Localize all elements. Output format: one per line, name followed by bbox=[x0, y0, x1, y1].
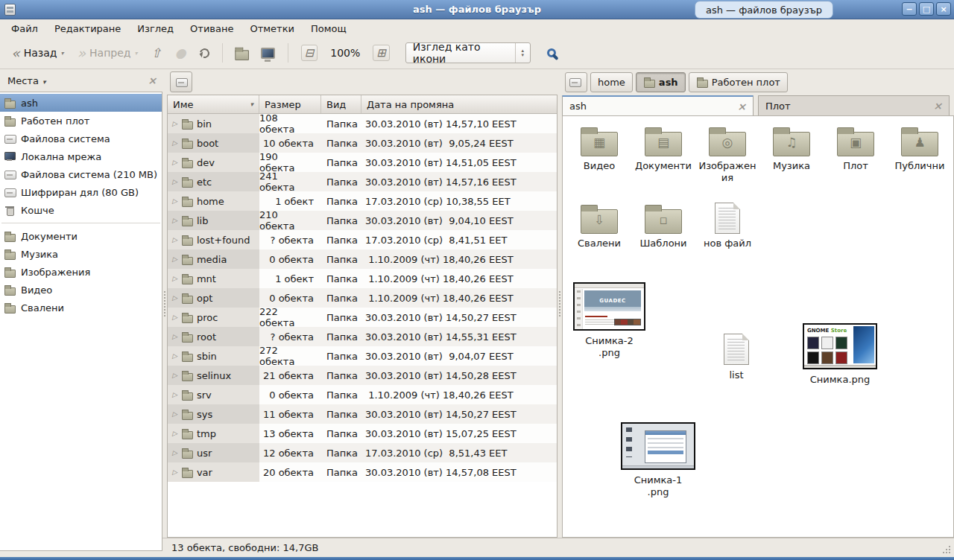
table-row[interactable]: opt 0 обекта Папка 1.10.2009 (чт) 18,40,… bbox=[168, 288, 557, 308]
menu-item[interactable]: Отметки bbox=[241, 21, 302, 36]
place-item[interactable]: Локална мрежа bbox=[0, 147, 162, 165]
table-row[interactable]: proc 222 обекта Папка 30.03.2010 (вт) 14… bbox=[168, 308, 557, 327]
icon-view-item[interactable]: ♫ Музика bbox=[759, 125, 824, 183]
table-row[interactable]: lost+found ? обекта Папка 17.03.2010 (ср… bbox=[168, 230, 557, 249]
table-row[interactable]: home 1 обект Папка 17.03.2010 (ср) 10,38… bbox=[168, 191, 557, 211]
path-button[interactable]: ash bbox=[636, 72, 686, 92]
expander-icon[interactable] bbox=[172, 314, 177, 321]
chevron-down-icon[interactable]: ▾ bbox=[60, 50, 63, 57]
icon-view-item[interactable]: ▤ Документи bbox=[631, 125, 695, 183]
table-row[interactable]: sbin 272 обекта Папка 30.03.2010 (вт) 9,… bbox=[168, 346, 557, 366]
column-header-date[interactable]: Дата на промяна bbox=[361, 95, 557, 113]
place-item[interactable]: Кошче bbox=[0, 201, 162, 219]
zoom-in-button[interactable] bbox=[367, 41, 395, 65]
bookmark-item[interactable]: Изображения bbox=[0, 263, 162, 281]
menu-item[interactable]: Редактиране bbox=[46, 21, 129, 36]
filesystem-root-button[interactable] bbox=[170, 71, 192, 92]
table-row[interactable]: media 0 обекта Папка 1.10.2009 (чт) 18,4… bbox=[168, 249, 557, 269]
path-button[interactable]: home bbox=[590, 72, 633, 92]
expander-icon[interactable] bbox=[172, 255, 177, 263]
minimize-button[interactable] bbox=[902, 2, 917, 16]
zoom-out-button[interactable] bbox=[296, 41, 323, 65]
bookmark-item[interactable]: Документи bbox=[0, 227, 162, 245]
back-button[interactable]: Назад ▾ bbox=[6, 43, 69, 63]
table-row[interactable]: srv 0 обекта Папка 1.10.2009 (чт) 18,40,… bbox=[168, 385, 557, 404]
reload-button[interactable] bbox=[195, 45, 215, 62]
close-sidebar-icon[interactable] bbox=[148, 74, 157, 86]
table-row[interactable]: etc 241 обекта Папка 30.03.2010 (вт) 14,… bbox=[168, 172, 557, 191]
menu-item[interactable]: Помощ bbox=[303, 21, 355, 36]
expander-icon[interactable] bbox=[172, 468, 177, 476]
menu-item[interactable]: Отиване bbox=[182, 21, 241, 36]
place-item[interactable]: Шифриран дял (80 GB) bbox=[0, 183, 162, 201]
place-item[interactable]: Файлова система (210 MB) bbox=[0, 165, 162, 183]
table-row[interactable]: boot 10 обекта Папка 30.03.2010 (вт) 9,0… bbox=[168, 133, 557, 153]
icon-view-item[interactable]: ▦ Видео bbox=[567, 125, 631, 183]
file-snimka-png[interactable]: GNOME Store Снимка.png bbox=[803, 323, 877, 386]
icon-view-item[interactable]: ▫ Шаблони bbox=[631, 203, 695, 249]
expander-icon[interactable] bbox=[172, 391, 177, 398]
menu-item[interactable]: Файл bbox=[3, 21, 46, 36]
expander-icon[interactable] bbox=[172, 217, 177, 224]
home-button[interactable] bbox=[230, 43, 253, 63]
expander-icon[interactable] bbox=[172, 333, 177, 340]
up-button[interactable] bbox=[146, 42, 167, 64]
computer-button[interactable] bbox=[256, 44, 280, 63]
resize-grip[interactable] bbox=[941, 544, 951, 554]
place-item[interactable]: Файлова система bbox=[0, 130, 162, 147]
forward-button[interactable]: Напред ▾ bbox=[72, 43, 142, 63]
spinner-arrows-icon[interactable] bbox=[515, 43, 530, 63]
chevron-down-icon[interactable] bbox=[42, 75, 46, 86]
close-tab-icon[interactable] bbox=[933, 100, 942, 112]
icon-view-item[interactable]: ⇩ Свалени bbox=[567, 203, 631, 249]
close-tab-icon[interactable] bbox=[737, 101, 746, 112]
expander-icon[interactable] bbox=[172, 410, 177, 418]
bookmark-item[interactable]: Музика bbox=[0, 245, 162, 263]
column-header-type[interactable]: Вид bbox=[321, 95, 361, 113]
menu-item[interactable]: Изглед bbox=[129, 21, 182, 36]
tab[interactable]: Плот bbox=[758, 95, 950, 115]
tab[interactable]: ash bbox=[562, 95, 754, 115]
path-button[interactable] bbox=[565, 72, 587, 92]
file-list[interactable]: list bbox=[716, 334, 756, 381]
maximize-button[interactable] bbox=[919, 2, 934, 16]
close-button[interactable] bbox=[936, 2, 951, 16]
bookmark-item[interactable]: Видео bbox=[0, 281, 162, 299]
file-snimka-2-png[interactable]: GUADEC Снимка-2.png bbox=[573, 282, 645, 358]
table-row[interactable]: root ? обекта Папка 30.03.2010 (вт) 14,5… bbox=[168, 327, 557, 346]
expander-icon[interactable] bbox=[172, 352, 177, 360]
expander-icon[interactable] bbox=[172, 449, 177, 456]
table-row[interactable]: selinux 21 обекта Папка 30.03.2010 (вт) … bbox=[168, 366, 557, 385]
expander-icon[interactable] bbox=[172, 120, 177, 127]
expander-icon[interactable] bbox=[172, 159, 177, 166]
icon-view-item[interactable]: ▣ Плот bbox=[824, 125, 888, 183]
expander-icon[interactable] bbox=[172, 430, 177, 437]
expander-icon[interactable] bbox=[172, 275, 177, 282]
search-button[interactable] bbox=[543, 44, 560, 62]
table-row[interactable]: mnt 1 обект Папка 1.10.2009 (чт) 18,40,2… bbox=[168, 269, 557, 288]
expander-icon[interactable] bbox=[172, 197, 177, 205]
expander-icon[interactable] bbox=[172, 178, 177, 185]
expander-icon[interactable] bbox=[172, 372, 177, 379]
table-row[interactable]: bin 108 обекта Папка 30.03.2010 (вт) 14,… bbox=[168, 114, 557, 133]
table-row[interactable]: sys 11 обекта Папка 30.03.2010 (вт) 14,5… bbox=[168, 404, 557, 424]
view-mode-select[interactable]: Изглед като икони bbox=[405, 42, 531, 63]
place-item[interactable]: ash bbox=[0, 94, 162, 112]
table-row[interactable]: usr 12 обекта Папка 17.03.2010 (ср) 8,51… bbox=[168, 443, 557, 462]
icon-view-item[interactable]: ◎ Изображения bbox=[695, 125, 759, 183]
table-row[interactable]: var 20 обекта Папка 30.03.2010 (вт) 14,5… bbox=[168, 462, 557, 482]
icon-view-item[interactable]: ♟ Публични bbox=[888, 125, 952, 183]
icon-view-item[interactable]: нов файл bbox=[695, 203, 759, 249]
expander-icon[interactable] bbox=[172, 294, 177, 302]
expander-icon[interactable] bbox=[172, 139, 177, 147]
table-row[interactable]: tmp 13 обекта Папка 30.03.2010 (вт) 15,0… bbox=[168, 424, 557, 443]
place-item[interactable]: Работен плот bbox=[0, 112, 162, 130]
bookmark-item[interactable]: Свалени bbox=[0, 299, 162, 316]
column-header-size[interactable]: Размер bbox=[259, 95, 321, 113]
file-snimka-1-png[interactable]: Снимка-1.png bbox=[621, 422, 695, 497]
table-row[interactable]: dev 190 обекта Папка 30.03.2010 (вт) 14,… bbox=[168, 153, 557, 172]
table-row[interactable]: lib 210 обекта Папка 30.03.2010 (вт) 9,0… bbox=[168, 211, 557, 230]
expander-icon[interactable] bbox=[172, 236, 177, 244]
column-header-name[interactable]: Име bbox=[168, 95, 259, 113]
path-button[interactable]: Работен плот bbox=[689, 72, 788, 92]
